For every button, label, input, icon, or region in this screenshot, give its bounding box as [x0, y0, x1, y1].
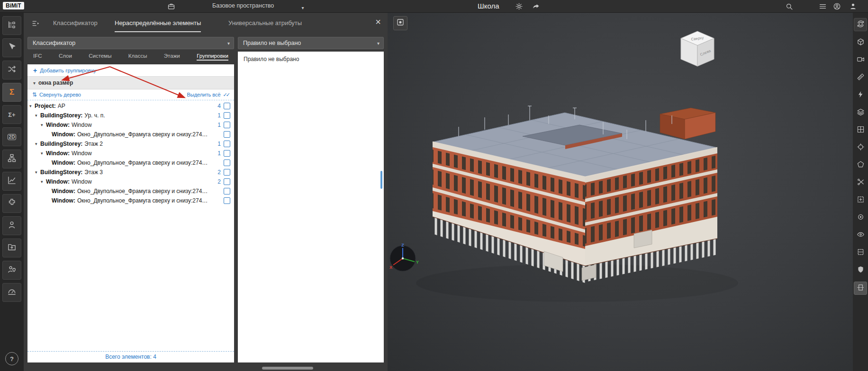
- structure-button[interactable]: [2, 150, 21, 168]
- classifier-column: Классификатор ▾ IFCСлоиСистемыКлассыЭтаж…: [27, 37, 234, 362]
- subtab-этажи[interactable]: Этажи: [164, 52, 180, 60]
- add-grouping-label: Добавить группировку: [40, 68, 96, 73]
- tab-classifier[interactable]: Классификатор: [53, 19, 98, 31]
- workspace-selector[interactable]: Базовое пространство: [212, 2, 274, 9]
- rule-dropdown[interactable]: Правило не выбрано ▾: [238, 37, 384, 49]
- tree-row[interactable]: Window:Окно_Двупольное_Фрамуга сверху и …: [27, 158, 234, 168]
- view-2d-button[interactable]: 2D: [2, 127, 21, 146]
- navigation-cube[interactable]: Сверху Слева: [674, 26, 726, 71]
- share-icon[interactable]: [532, 2, 540, 10]
- shared-folder-button[interactable]: [2, 238, 21, 257]
- horizontal-scrollbar[interactable]: [262, 367, 313, 370]
- collapse-tree-link[interactable]: Свернуть дерево: [39, 92, 81, 97]
- model-tree-button[interactable]: [2, 16, 21, 35]
- measure-button[interactable]: [854, 71, 867, 84]
- section-box-button[interactable]: [854, 36, 867, 49]
- node-checkbox[interactable]: [224, 103, 230, 109]
- classifier-dropdown[interactable]: Классификатор ▾: [27, 37, 234, 49]
- point-target-button[interactable]: [854, 212, 867, 224]
- app-logo[interactable]: BiMiT: [3, 2, 24, 9]
- tree-row[interactable]: ▾Window:Window1: [27, 120, 234, 130]
- orbit-button[interactable]: [854, 18, 867, 31]
- building-3d-model[interactable]: [388, 12, 853, 371]
- search-icon[interactable]: [785, 2, 793, 10]
- close-panel-icon[interactable]: ×: [375, 17, 381, 26]
- charts-button[interactable]: [2, 172, 21, 191]
- tree-row[interactable]: ▾Project:AP4: [27, 101, 234, 111]
- expand-caret-icon[interactable]: ▾: [29, 104, 35, 108]
- tree-row[interactable]: ▾Window:Window2: [27, 177, 234, 186]
- section-plane-button[interactable]: [854, 282, 867, 295]
- scrollbar-thumb[interactable]: [380, 171, 382, 189]
- quick-actions-button[interactable]: [854, 89, 867, 101]
- node-checkbox[interactable]: [224, 197, 230, 204]
- tab-universal-attributes[interactable]: Универсальные атрибуты: [228, 19, 302, 31]
- subtab-слои[interactable]: Слои: [59, 52, 72, 60]
- expand-caret-icon[interactable]: ▾: [35, 141, 40, 146]
- tree-row[interactable]: ▾Window:Window1: [27, 149, 234, 158]
- plugins-button[interactable]: [2, 194, 21, 213]
- node-checkbox[interactable]: [224, 122, 230, 128]
- visibility-button[interactable]: [854, 229, 867, 241]
- user-icon[interactable]: [849, 2, 857, 10]
- node-checkbox[interactable]: [224, 169, 230, 176]
- menu-icon[interactable]: [818, 2, 827, 10]
- dashboard-button[interactable]: [2, 283, 21, 302]
- node-type-label: Project:: [35, 103, 56, 109]
- clip-box-button[interactable]: [854, 247, 867, 259]
- layers-button[interactable]: [854, 106, 867, 119]
- grid-table-button[interactable]: [854, 124, 867, 136]
- expand-caret-icon[interactable]: ▾: [35, 113, 40, 118]
- relations-button[interactable]: [2, 61, 21, 80]
- help-button[interactable]: ?: [5, 352, 18, 365]
- center-target-button[interactable]: [854, 141, 867, 154]
- node-checkbox[interactable]: [224, 178, 230, 185]
- node-checkbox[interactable]: [224, 112, 230, 119]
- user-location-button[interactable]: [2, 261, 21, 280]
- focus-mode-button[interactable]: [393, 16, 407, 30]
- account-circle-icon[interactable]: [832, 2, 841, 10]
- expand-caret-icon[interactable]: ▾: [35, 170, 40, 175]
- axis-gizmo[interactable]: Z Y X: [388, 242, 421, 275]
- tree-row[interactable]: ▾BuildingStorey:Этаж 21: [27, 139, 234, 149]
- shield-button[interactable]: [854, 264, 867, 276]
- panel-collapse-icon[interactable]: [31, 19, 41, 28]
- workspace-chevron-icon[interactable]: ▾: [298, 3, 307, 12]
- subtab-классы[interactable]: Классы: [128, 52, 147, 60]
- node-checkbox[interactable]: [224, 141, 230, 147]
- viewport-3d[interactable]: Сверху Слева Z Y X: [388, 12, 853, 371]
- node-checkbox[interactable]: [224, 188, 230, 194]
- grouping-item[interactable]: ▾ окна размер: [27, 76, 234, 89]
- users-button[interactable]: [2, 216, 21, 235]
- grouping-sigma-button[interactable]: Σ: [2, 83, 21, 102]
- add-grouping-button[interactable]: + Добавить группировку: [27, 64, 234, 76]
- select-all-check-icon[interactable]: ✓✓: [223, 92, 230, 98]
- tree-row[interactable]: Window:Окно_Двупольное_Фрамуга сверху и …: [27, 130, 234, 139]
- node-checkbox[interactable]: [224, 150, 230, 157]
- subtab-ifc[interactable]: IFC: [33, 52, 42, 60]
- tab-unallocated-elements[interactable]: Нераспределённые элементы: [115, 19, 201, 32]
- node-checkbox[interactable]: [224, 131, 230, 138]
- node-value: AP: [58, 103, 208, 109]
- settings-gear-icon[interactable]: [515, 2, 523, 10]
- tree-row[interactable]: ▾BuildingStorey:Этаж 32: [27, 168, 234, 177]
- node-checkbox[interactable]: [224, 159, 230, 166]
- subtab-группировки[interactable]: Группировки: [197, 52, 228, 61]
- select-pointer-button[interactable]: [2, 38, 21, 57]
- view-camera-button[interactable]: [854, 54, 867, 66]
- axis-z-label: Z: [401, 243, 404, 247]
- dimensions-frame-button[interactable]: [854, 194, 867, 206]
- polygon-select-button[interactable]: [854, 159, 867, 171]
- expand-caret-icon[interactable]: ▾: [41, 123, 46, 127]
- tree-row[interactable]: Window:Окно_Двупольное_Фрамуга сверху и …: [27, 186, 234, 196]
- tree-row[interactable]: ▾BuildingStorey:Ур. ч. п.1: [27, 111, 234, 120]
- expand-caret-icon[interactable]: ▾: [41, 179, 46, 184]
- expand-caret-icon[interactable]: ▾: [41, 151, 46, 156]
- bim-application: BiMiT Базовое пространство ▾ Школа ΣΣ+2D…: [0, 0, 868, 371]
- subtab-системы[interactable]: Системы: [89, 52, 111, 60]
- select-all-link[interactable]: Выделить всё: [187, 92, 220, 97]
- sigma-plus-button[interactable]: Σ+: [2, 105, 21, 124]
- tree-row[interactable]: Window:Окно_Двупольное_Фрамуга сверху и …: [27, 196, 234, 205]
- cut-button[interactable]: [854, 177, 867, 189]
- app-logo-text: BiMiT: [6, 2, 21, 9]
